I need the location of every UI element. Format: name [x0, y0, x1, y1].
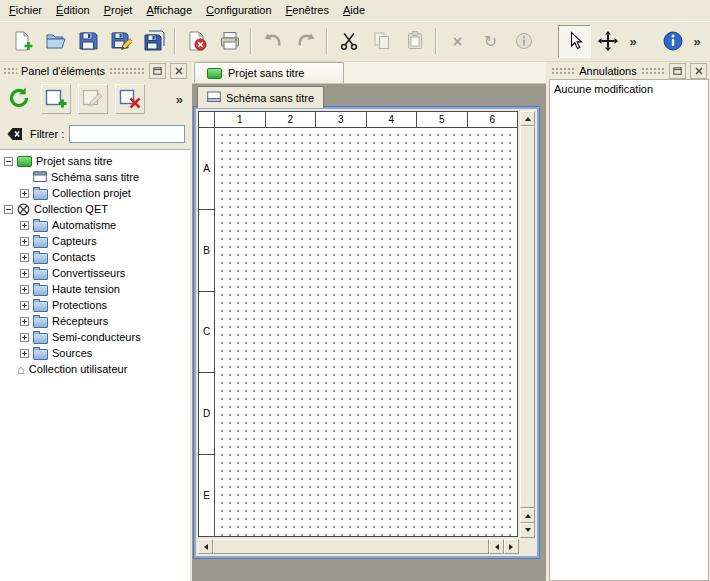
triangle-left-icon [492, 544, 499, 550]
scroll-up-button[interactable] [520, 111, 535, 126]
dock-close-button[interactable] [690, 63, 707, 79]
tree-item-convertisseurs[interactable]: Convertisseurs [0, 265, 190, 281]
undo-icon [262, 30, 284, 54]
scroll-left-button-2[interactable] [489, 539, 504, 554]
schema-canvas[interactable] [215, 128, 517, 536]
collapse-toggle-icon[interactable] [4, 205, 13, 214]
column-header: 1 [215, 112, 266, 127]
delete-element-button[interactable] [115, 84, 145, 114]
save-as-button[interactable] [104, 25, 137, 58]
menu-edition[interactable]: Édition [49, 0, 97, 21]
vertical-scrollbar[interactable] [520, 111, 535, 538]
elements-panel-dock: Panel d'éléments [0, 62, 190, 581]
copy-button[interactable] [365, 25, 398, 58]
paste-button[interactable] [398, 25, 431, 58]
menu-fichier[interactable]: Fichier [2, 0, 49, 21]
delete-element-icon [118, 86, 142, 112]
tree-item-protections[interactable]: Protections [0, 297, 190, 313]
tab-project[interactable]: Projet sans titre [194, 62, 344, 83]
dock-float-button[interactable] [669, 63, 686, 79]
tree-item-label: Convertisseurs [52, 267, 125, 279]
panel-overflow-button[interactable]: » [173, 93, 186, 106]
new-document-button[interactable] [5, 25, 38, 58]
horizontal-scroll-thumb[interactable] [213, 539, 489, 554]
folder-icon [33, 186, 48, 200]
close-project-button[interactable] [180, 25, 213, 58]
expand-toggle-icon[interactable] [20, 301, 29, 310]
row-header: A [199, 128, 214, 210]
dock-grip [551, 67, 575, 75]
schema-icon [33, 171, 47, 183]
menu-bar: Fichier Édition Projet Affichage Configu… [0, 0, 710, 21]
select-mode-button[interactable] [558, 25, 591, 58]
tree-item-collection-utilisateur[interactable]: ⌂ Collection utilisateur [0, 361, 190, 377]
pan-mode-button[interactable] [591, 25, 624, 58]
expand-toggle-icon[interactable] [20, 253, 29, 262]
menu-projet[interactable]: Projet [97, 0, 140, 21]
toolbar-overflow-button-2[interactable]: » [689, 25, 705, 58]
project-information-button[interactable] [656, 25, 689, 58]
scroll-left-button[interactable] [198, 539, 213, 554]
tree-item-sources[interactable]: Sources [0, 345, 190, 361]
save-button[interactable] [71, 25, 104, 58]
folder-icon [33, 314, 48, 328]
clear-filter-button[interactable] [5, 125, 25, 143]
tree-item-semi-conducteurs[interactable]: Semi-conducteurs [0, 329, 190, 345]
menu-affichage[interactable]: Affichage [139, 0, 199, 21]
menu-aide[interactable]: Aide [336, 0, 372, 21]
rotate-button[interactable]: ↻ [474, 25, 507, 58]
new-element-button[interactable] [41, 84, 71, 114]
tree-item-collection-qet[interactable]: Collection QET [0, 201, 190, 217]
delete-button[interactable]: × [441, 25, 474, 58]
tree-item-project[interactable]: Projet sans titre [0, 153, 190, 169]
scroll-down-button[interactable] [520, 523, 535, 538]
scroll-up-button-2[interactable] [520, 508, 535, 523]
redo-button[interactable] [289, 25, 322, 58]
print-button[interactable] [213, 25, 246, 58]
filter-row: Filtrer : [0, 123, 190, 145]
scroll-right-button[interactable] [504, 539, 519, 554]
dock-titlebar[interactable]: Panel d'éléments [0, 62, 190, 79]
tree-item-label: Schéma sans titre [51, 171, 139, 183]
tree-item-recepteurs[interactable]: Récepteurs [0, 313, 190, 329]
menu-fenetres[interactable]: Fenêtres [279, 0, 336, 21]
expand-toggle-icon[interactable] [20, 285, 29, 294]
horizontal-scrollbar[interactable] [198, 539, 519, 554]
close-icon [175, 67, 183, 75]
expand-toggle-icon[interactable] [20, 237, 29, 246]
open-project-button[interactable] [38, 25, 71, 58]
edit-element-button[interactable] [78, 84, 108, 114]
expand-toggle-icon[interactable] [20, 269, 29, 278]
tree-item-haute-tension[interactable]: Haute tension [0, 281, 190, 297]
expand-toggle-icon[interactable] [20, 317, 29, 326]
undo-history-list[interactable]: Aucune modification [549, 79, 709, 581]
dock-float-button[interactable] [149, 63, 166, 79]
column-ruler: 1 2 3 4 5 6 [215, 112, 517, 128]
dock-close-button[interactable] [170, 63, 187, 79]
expand-toggle-icon[interactable] [20, 349, 29, 358]
tree-item-contacts[interactable]: Contacts [0, 249, 190, 265]
toolbar-overflow-button[interactable]: » [624, 25, 642, 58]
tree-item-schema[interactable]: Schéma sans titre [0, 169, 190, 185]
dock-titlebar[interactable]: Annulations [548, 62, 710, 79]
tree-item-capteurs[interactable]: Capteurs [0, 233, 190, 249]
scrollbar-corner [520, 539, 535, 554]
tree-item-automatisme[interactable]: Automatisme [0, 217, 190, 233]
tree-item-collection-projet[interactable]: Collection projet [0, 185, 190, 201]
element-info-button[interactable] [507, 25, 540, 58]
menu-configuration[interactable]: Configuration [199, 0, 278, 21]
reload-collections-button[interactable] [4, 84, 34, 114]
save-all-button[interactable] [137, 25, 170, 58]
collapse-toggle-icon[interactable] [4, 157, 13, 166]
expand-toggle-icon[interactable] [20, 189, 29, 198]
cut-button[interactable] [332, 25, 365, 58]
filter-input[interactable] [69, 125, 185, 143]
expand-toggle-icon[interactable] [20, 221, 29, 230]
mdi-area: Projet sans titre Schéma sans titre 1 2 … [192, 62, 546, 581]
expand-toggle-icon[interactable] [20, 333, 29, 342]
undo-button[interactable] [256, 25, 289, 58]
triangle-left-icon [201, 544, 208, 550]
vertical-scroll-thumb[interactable] [520, 126, 535, 508]
chevron-right-icon: » [626, 35, 639, 48]
tab-schema[interactable]: Schéma sans titre [197, 86, 324, 108]
